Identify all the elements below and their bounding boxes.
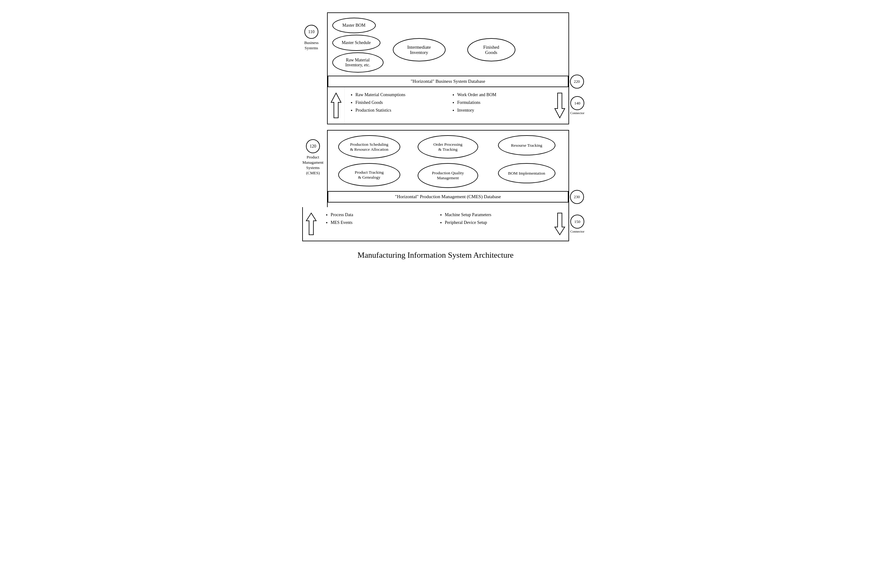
svg-marker-0 [331, 93, 341, 118]
up-arrow-svg [330, 91, 342, 119]
business-down-arrow: 140 Connector [551, 87, 569, 124]
product-management-block: 120 ProductManagamentSystems(CMES) Produ… [302, 130, 569, 241]
connector-140: 140 Connector [570, 96, 585, 115]
product-mgmt-text: ProductManagamentSystems(CMES) [302, 155, 324, 176]
db-bar-220-badge: 220 [570, 75, 584, 88]
prod-scheduling-ellipse: Production Scheduling & Resource Allocat… [338, 135, 400, 158]
business-top-section: Master BOM Master Schedule Raw Material … [327, 12, 569, 87]
business-systems-block: 110 BusinessSystems Master BOM Master Sc… [302, 12, 569, 124]
product-ellipses-section: Production Scheduling & Resource Allocat… [327, 130, 569, 207]
db-bar-230-badge: 230 [570, 190, 584, 204]
diagram-container: 110 BusinessSystems Master BOM Master Sc… [296, 6, 575, 266]
product-ellipses-grid: Production Scheduling & Resource Allocat… [332, 135, 564, 188]
intermediate-inventory-ellipse: Intermediate Inventory [393, 38, 446, 61]
svg-marker-1 [555, 93, 565, 118]
product-tracking-cell: Product Tracking & Genealogy [332, 163, 407, 188]
connector-140-label: Connector [570, 111, 585, 115]
product-db-bar: "Horizontal" Production Management (CMES… [328, 191, 569, 203]
product-mgmt-id: 120 [306, 139, 320, 153]
bom-impl-cell: BOM Implementation [489, 163, 564, 188]
full-diagram: 110 BusinessSystems Master BOM Master Sc… [302, 12, 569, 260]
business-systems-id: 110 [304, 25, 318, 39]
order-processing-ellipse: Order Processing & Tracking [418, 135, 478, 158]
product-up-arrow-svg [305, 212, 317, 236]
prod-scheduling-cell: Production Scheduling & Resource Allocat… [332, 135, 407, 158]
resource-tracking-ellipse: Resourse Tracking [498, 135, 555, 155]
business-up-arrow [328, 87, 345, 124]
resource-tracking-cell: Resourse Tracking [489, 135, 564, 158]
product-bullets-right: Machine Setup Parameters Peripheral Devi… [439, 211, 547, 237]
business-systems-label: 110 BusinessSystems [302, 25, 321, 51]
product-bullets-left: Process Data MES Events [325, 211, 433, 237]
business-bullets-right: Work Order and BOM Formulations Inventor… [451, 91, 547, 120]
bom-impl-ellipse: BOM Implementation [498, 163, 555, 183]
svg-marker-3 [555, 213, 565, 235]
product-content: Process Data MES Events Machine Setup Pa… [320, 207, 551, 241]
down-arrow-svg [554, 91, 566, 119]
connector-140-badge: 140 [570, 96, 584, 110]
connector-150: 150 Connector [570, 215, 585, 233]
business-bullets-left: Raw Material Consumptions Finished Goods… [349, 91, 445, 120]
order-processing-cell: Order Processing & Tracking [411, 135, 485, 158]
product-mgmt-label: 120 ProductManagamentSystems(CMES) [302, 139, 324, 176]
product-down-arrow-svg [554, 212, 566, 236]
business-content: Raw Material Consumptions Finished Goods… [345, 87, 551, 124]
product-arrows-row: Process Data MES Events Machine Setup Pa… [302, 207, 569, 241]
business-db-bar: "Horizontal" Business System Database 22… [328, 76, 569, 87]
diagram-title: Manufacturing Information System Archite… [302, 251, 569, 260]
business-ellipses-row: Master BOM Master Schedule Raw Material … [332, 18, 564, 76]
prod-quality-ellipse: Production Quality Management [418, 163, 478, 188]
business-arrows-row: Raw Material Consumptions Finished Goods… [327, 87, 569, 124]
product-down-arrow: 150 Connector [551, 207, 569, 241]
master-schedule-ellipse: Master Schedule [332, 35, 380, 51]
product-tracking-ellipse: Product Tracking & Genealogy [338, 163, 400, 187]
raw-material-ellipse: Raw Material Inventory, etc. [332, 52, 383, 73]
finished-goods-top-ellipse: Finished Goods [467, 38, 515, 61]
business-systems-text: BusinessSystems [302, 40, 321, 51]
connector-150-badge: 150 [570, 215, 584, 228]
svg-marker-2 [306, 213, 316, 235]
section-spacer [327, 124, 569, 130]
product-up-arrow [303, 207, 320, 241]
master-bom-ellipse: Master BOM [332, 18, 376, 33]
connector-150-label: Connector [570, 230, 585, 233]
prod-quality-cell: Production Quality Management [411, 163, 485, 188]
